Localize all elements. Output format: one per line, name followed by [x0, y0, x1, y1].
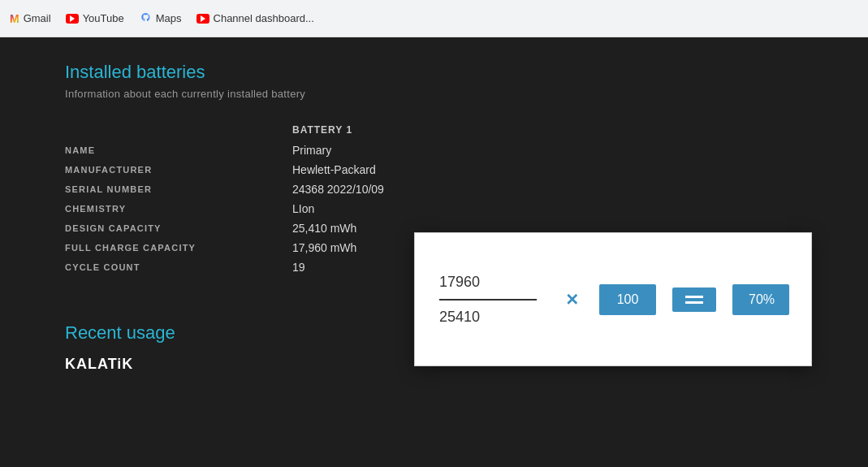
label-col-spacer [65, 124, 292, 136]
bookmark-youtube[interactable]: YouTube [66, 12, 124, 24]
percent-button[interactable]: 70% [732, 284, 789, 315]
table-row: CHEMISTRY LIon [65, 202, 803, 215]
battery-header-row: BATTERY 1 [65, 124, 803, 136]
tooltip-popup: 17960 25410 ✕ 100 70% [414, 232, 812, 366]
youtube-label: YouTube [83, 12, 124, 24]
table-row: NAME Primary [65, 144, 803, 157]
row-value-manufacturer: Hewlett-Packard [292, 163, 376, 176]
bookmark-channel[interactable]: Channel dashboard... [196, 12, 314, 24]
row-value-serial: 24368 2022/10/09 [292, 183, 384, 196]
bookmark-maps[interactable]: Maps [139, 12, 182, 25]
row-value-chemistry: LIon [292, 202, 314, 215]
equal-bar-bottom [685, 301, 703, 304]
row-label-name: NAME [65, 144, 292, 155]
multiply-icon: ✕ [565, 290, 579, 309]
maps-label: Maps [156, 12, 182, 24]
row-label-serial: SERIAL NUMBER [65, 183, 292, 194]
row-value-full-charge: 17,960 mWh [292, 241, 356, 254]
table-row: SERIAL NUMBER 24368 2022/10/09 [65, 183, 803, 196]
row-value-cycle-count: 19 [292, 261, 305, 274]
equal-button[interactable] [672, 288, 716, 312]
row-label-chemistry: CHEMISTRY [65, 202, 292, 214]
tooltip-fraction: 17960 25410 [439, 274, 537, 326]
main-content: Installed batteries Information about ea… [0, 37, 868, 467]
row-label-manufacturer: MANUFACTURER [65, 163, 292, 175]
value-button[interactable]: 100 [599, 284, 656, 315]
gmail-label: Gmail [24, 12, 51, 24]
bookmark-gmail[interactable]: M Gmail [10, 12, 51, 25]
fraction-divider [439, 299, 537, 301]
gmail-icon: M [10, 12, 19, 25]
row-label-cycle-count: CYCLE COUNT [65, 261, 292, 272]
row-value-design-capacity: 25,410 mWh [292, 222, 356, 235]
section-subtitle: Information about each currently install… [65, 88, 803, 100]
row-value-name: Primary [292, 144, 331, 157]
browser-bar: M Gmail YouTube Maps Channel dashboard..… [0, 0, 868, 37]
channel-youtube-icon [196, 14, 209, 24]
section-title: Installed batteries [65, 62, 803, 83]
tooltip-denominator: 25410 [439, 309, 537, 326]
equal-bar-top [685, 296, 703, 298]
battery-column-header: BATTERY 1 [292, 124, 352, 136]
channel-label: Channel dashboard... [214, 12, 314, 24]
maps-icon [139, 12, 152, 25]
row-label-design-capacity: DESIGN CAPACITY [65, 222, 292, 233]
tooltip-numerator: 17960 [439, 274, 537, 291]
row-label-full-charge: FULL CHARGE CAPACITY [65, 241, 292, 253]
youtube-icon [66, 14, 79, 24]
table-row: MANUFACTURER Hewlett-Packard [65, 163, 803, 176]
